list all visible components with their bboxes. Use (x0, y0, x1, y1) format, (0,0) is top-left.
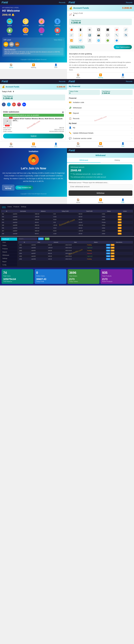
edit-btn-2[interactable]: Edit (111, 252, 115, 254)
instagram-icon[interactable]: 📷 (17, 102, 21, 106)
nav-starting-right[interactable]: ▶️ Starting (89, 74, 112, 78)
submit-btn[interactable]: Submit (3, 134, 64, 138)
nav-starting-withdrawal[interactable]: ▶️ Starting (89, 198, 112, 203)
edit-btn[interactable]: Edit (118, 213, 122, 215)
about-icon-item[interactable]: ℹ️ About (50, 28, 65, 35)
app-icon-music[interactable]: 🎵 (87, 38, 92, 43)
nav-home-left-2[interactable]: 🏠 Home (0, 142, 22, 147)
admin-tab-products[interactable]: Products (13, 206, 19, 208)
withdrawal-item[interactable]: 💸 Withdrawal › (67, 105, 134, 110)
admin-search-input[interactable] (18, 238, 37, 240)
facebook-icon[interactable]: f (2, 102, 6, 106)
app-icon-8ball[interactable]: 8️⃣ (87, 33, 92, 38)
app-icon-chat[interactable]: 💬 (105, 33, 110, 38)
view-more-btn[interactable]: View More > (54, 39, 64, 41)
withdraw-icon-item[interactable]: 💰 Withdraw (34, 18, 49, 26)
wd-input[interactable] (69, 184, 133, 189)
app-icon-amazon[interactable]: 🛒 (69, 33, 74, 38)
withdraw-btn[interactable]: Withdraw (69, 190, 133, 196)
records-btn-right-2[interactable]: Records (126, 80, 133, 82)
edit-btn-2[interactable]: Edit (111, 247, 115, 249)
view-btn[interactable]: View (106, 255, 110, 257)
records-btn-left-2[interactable]: Records (59, 80, 65, 82)
sidebar-item-deposit[interactable]: Deposit (1, 250, 17, 254)
update-withdrawal-item[interactable]: ✏️ Update Withdrawal Details › (67, 130, 134, 136)
nav-starting-left[interactable]: ▶️ Starting (22, 64, 45, 68)
admin-add-btn[interactable]: + Add (45, 238, 49, 240)
nav-home-right-2[interactable]: 🏠 Home (67, 142, 89, 147)
sidebar-item-config[interactable]: Config (1, 263, 17, 266)
behance-icon[interactable]: Be (22, 102, 26, 106)
view-btn[interactable]: View (106, 244, 110, 246)
app-icon-viber[interactable]: 💎 (78, 38, 83, 43)
sidebar-item-dashboard[interactable]: Dashboard (1, 238, 17, 241)
edit-btn[interactable]: Edit (118, 224, 122, 226)
app-icon-bolt[interactable]: ⚡ (78, 33, 83, 38)
nav-home-withdrawal[interactable]: 🏠 Home (67, 198, 89, 203)
edit-btn-2[interactable]: Edit (111, 255, 115, 257)
app-icon-skype[interactable]: 🔧 (114, 33, 119, 38)
admin-tab-users[interactable]: Users (2, 206, 6, 208)
sidebar-item-settings[interactable]: Settings (1, 257, 17, 260)
googleplus-icon[interactable]: G+ (12, 102, 16, 106)
nav-user-withdrawal[interactable]: 👤 User (112, 198, 134, 203)
edit-btn[interactable]: Edit (118, 227, 122, 229)
withdrawal-tab-history[interactable]: History (101, 158, 134, 162)
app-icon-github[interactable]: ⬛ (105, 27, 110, 32)
edit-btn[interactable]: Edit (118, 222, 122, 223)
copy-invitation-btn[interactable]: Copy Invitation link (15, 186, 33, 190)
start-optimization-btn[interactable]: Start Optimization (114, 45, 132, 49)
my-item[interactable]: 👤 My › (67, 125, 134, 130)
edit-btn[interactable]: Edit (118, 216, 122, 218)
sidebar-item-products[interactable]: Products (1, 247, 17, 250)
nav-user-left[interactable]: 👤 User (45, 64, 67, 68)
customer-service-item[interactable]: 💬 Customer service center › (67, 136, 134, 141)
sidebar-item-report[interactable]: Report (1, 260, 17, 263)
edit-btn-2[interactable]: Edit (111, 250, 115, 252)
sidebar-item-withdrawal[interactable]: Withdrawal (1, 254, 17, 257)
customer-icon-item[interactable]: 👤 Customer (50, 18, 65, 26)
app-icon-windows[interactable]: ⊞ (87, 27, 92, 32)
edit-btn[interactable]: Edit (118, 233, 122, 234)
app-icon-git[interactable]: 🐙 (114, 27, 119, 32)
app-icon-paypal[interactable]: ✈️ (124, 33, 128, 38)
view-btn[interactable]: View (106, 258, 110, 260)
activity-icon-item[interactable]: 🎯 Activity (18, 28, 33, 35)
deposit-item[interactable]: 💳 Deposit › (67, 110, 134, 116)
nav-starting-right-2[interactable]: ▶️ Starting (89, 142, 112, 147)
app-icon-green[interactable]: 🟢 (105, 38, 110, 43)
admin-search-btn[interactable]: Search (38, 238, 44, 240)
withdrawal-tab-withdrawal[interactable]: Withdrawal (67, 158, 101, 163)
view-btn[interactable]: View (106, 247, 110, 249)
records-btn-left[interactable]: Records (59, 2, 65, 4)
view-btn[interactable]: View (106, 250, 110, 252)
sidebar-item-users[interactable]: Users (1, 241, 17, 244)
app-icon-camera[interactable]: 📸 (96, 33, 101, 38)
nav-home-left[interactable]: 🏠 Home (0, 64, 22, 68)
rules-icon-item[interactable]: 📋 Rules (2, 28, 17, 35)
sidebar-item-orders[interactable]: Orders (1, 244, 17, 247)
admin-tab-orders[interactable]: Orders (7, 206, 12, 208)
app-icon-wordpress[interactable]: 📶 (69, 38, 74, 43)
app-icon-link[interactable]: 🔗 (124, 27, 128, 32)
edit-btn-2[interactable]: Edit (111, 244, 115, 246)
app-icon-globe[interactable]: 🌐 (96, 38, 101, 43)
app-icon-shield[interactable]: 🔷 (114, 38, 119, 43)
nav-user-left-2[interactable]: 👤 User (45, 142, 67, 147)
nav-home-right[interactable]: 🏠 Home (67, 74, 89, 78)
admin-tab-settings[interactable]: Settings (21, 206, 26, 208)
certificate-icon-item[interactable]: 📜 Certificate (18, 18, 33, 26)
edit-btn[interactable]: Edit (118, 218, 122, 220)
records-btn-right[interactable]: Records (126, 2, 133, 4)
close-icon[interactable]: ✕ (62, 111, 64, 114)
app-icon-blackberry[interactable]: 🔲 (96, 27, 101, 32)
view-btn[interactable]: View (106, 252, 110, 254)
ask-icon-item[interactable]: ❓ Ask (34, 28, 49, 35)
edit-btn[interactable]: Edit (118, 230, 122, 232)
app-icon-phone[interactable]: 📱 (78, 27, 83, 32)
records-item[interactable]: 📋 Records › (67, 116, 134, 121)
twitter-icon[interactable]: 🐦 (7, 102, 11, 106)
deposit-icon-item[interactable]: 💳 Deposit (2, 18, 17, 26)
app-icon-apple[interactable]: 🍎 (69, 27, 74, 32)
edit-btn-2[interactable]: Edit (111, 258, 115, 260)
